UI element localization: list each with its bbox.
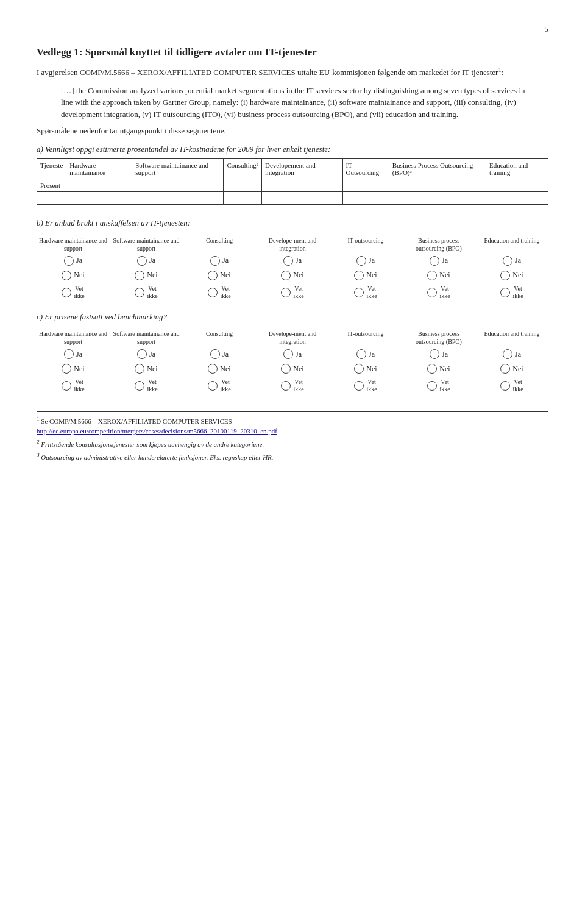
c-education-vetikke: Vetikke xyxy=(475,378,548,393)
c-software-vetikke: Vetikke xyxy=(110,378,183,393)
col-development: Developement and integration xyxy=(262,159,343,179)
radio-circle[interactable] xyxy=(503,349,512,359)
col-bpo: Business Process Outsourcing (BPO)³ xyxy=(389,159,486,179)
radio-circle[interactable] xyxy=(62,288,71,297)
radio-circle[interactable] xyxy=(430,256,439,266)
footnote-1: 1 Se COMP/M.5666 – XEROX/AFFILIATED COMP… xyxy=(37,415,548,436)
radio-circle[interactable] xyxy=(500,271,510,280)
radio-circle[interactable] xyxy=(135,381,144,391)
col-tjeneste: Tjeneste xyxy=(37,159,66,179)
radio-circle[interactable] xyxy=(283,349,293,359)
radio-circle[interactable] xyxy=(500,288,510,297)
b-consulting-vetikke: Vetikke xyxy=(183,285,256,300)
radio-circle[interactable] xyxy=(135,271,144,280)
radio-circle[interactable] xyxy=(210,256,220,266)
radio-circle[interactable] xyxy=(62,271,71,280)
radio-circle[interactable] xyxy=(427,381,437,391)
footnote-1-link[interactable]: http://ec.europa.eu/competition/mergers/… xyxy=(37,427,277,435)
radio-circle[interactable] xyxy=(62,364,71,374)
radio-circle[interactable] xyxy=(356,256,366,266)
b-col-consulting: Consulting xyxy=(183,236,256,252)
b-bpo-vetikke: Vetikke xyxy=(402,285,475,300)
radio-circle[interactable] xyxy=(208,381,218,391)
radio-circle[interactable] xyxy=(427,364,437,374)
col-education: Education and training xyxy=(486,159,548,179)
radio-circle[interactable] xyxy=(354,288,364,297)
c-consulting-ja: Ja xyxy=(183,349,256,359)
radio-circle[interactable] xyxy=(281,288,291,297)
cell-consulting-pct xyxy=(224,179,262,192)
intro-paragraph: I avgjørelsen COMP/M.5666 – XEROX/AFFILI… xyxy=(37,65,548,79)
b-col-bpo: Business process outsourcing (BPO) xyxy=(402,236,475,252)
c-hardware-nei: Nei xyxy=(37,364,110,374)
radio-circle[interactable] xyxy=(64,349,74,359)
c-col-bpo: Business process outsourcing (BPO) xyxy=(402,330,475,346)
col-hardware: Hardware maintainance xyxy=(66,159,132,179)
question-a-label: a) Vennligst oppgi estimerte prosentande… xyxy=(37,143,548,155)
question-a-section: a) Vennligst oppgi estimerte prosentande… xyxy=(37,143,548,205)
b-hardware-nei: Nei xyxy=(37,271,110,280)
b-ito-nei: Nei xyxy=(329,271,402,280)
block-quote: […] the Commission analyzed various pote… xyxy=(61,85,530,121)
radio-circle[interactable] xyxy=(208,288,218,297)
b-col-development: Develope-ment and integration xyxy=(256,236,329,252)
footnote-3: 3 Outsourcing av administrative eller ku… xyxy=(37,451,548,462)
question-b-grid: Hardware maintainance and support Softwa… xyxy=(37,236,548,300)
b-ja-row: Ja Ja Ja Ja Ja Ja xyxy=(37,256,548,266)
c-development-vetikke: Vetikke xyxy=(256,378,329,393)
c-vetikke-row: Vetikke Vetikke Vetikke Vetikke Vetikke … xyxy=(37,378,548,393)
b-vetikke-row: Vetikke Vetikke Vetikke Vetikke Vetikke … xyxy=(37,285,548,300)
c-bpo-vetikke: Vetikke xyxy=(402,378,475,393)
b-col-ito: IT-outsourcing xyxy=(329,236,402,252)
radio-circle[interactable] xyxy=(64,256,74,266)
row-label-prosent: Prosent xyxy=(37,179,66,192)
radio-circle[interactable] xyxy=(135,364,144,374)
radio-circle[interactable] xyxy=(62,381,71,391)
cell-education-pct xyxy=(486,179,548,192)
b-nei-row: Nei Nei Nei Nei Nei Nei xyxy=(37,271,548,280)
c-software-nei: Nei xyxy=(110,364,183,374)
radio-circle[interactable] xyxy=(281,381,291,391)
b-ito-ja: Ja xyxy=(329,256,402,266)
b-bpo-nei: Nei xyxy=(402,271,475,280)
radio-circle[interactable] xyxy=(500,381,510,391)
table-row-prosent: Prosent xyxy=(37,179,548,192)
radio-circle[interactable] xyxy=(503,256,512,266)
b-col-education: Education and training xyxy=(475,236,548,252)
radio-circle[interactable] xyxy=(137,349,147,359)
radio-circle[interactable] xyxy=(500,364,510,374)
c-software-ja: Ja xyxy=(110,349,183,359)
radio-circle[interactable] xyxy=(354,271,364,280)
radio-circle[interactable] xyxy=(354,364,364,374)
b-ito-vetikke: Vetikke xyxy=(329,285,402,300)
radio-circle[interactable] xyxy=(427,271,437,280)
b-software-nei: Nei xyxy=(110,271,183,280)
b-development-ja: Ja xyxy=(256,256,329,266)
radio-circle[interactable] xyxy=(281,271,291,280)
radio-circle[interactable] xyxy=(430,349,439,359)
radio-circle[interactable] xyxy=(356,349,366,359)
b-consulting-ja: Ja xyxy=(183,256,256,266)
radio-circle[interactable] xyxy=(208,364,218,374)
cell-bpo-pct xyxy=(389,179,486,192)
page-number: 5 xyxy=(37,24,548,34)
radio-circle[interactable] xyxy=(281,364,291,374)
radio-circle[interactable] xyxy=(135,288,144,297)
table-row-empty xyxy=(37,192,548,205)
radio-circle[interactable] xyxy=(137,256,147,266)
footnote-2: 2 Frittstående konsultasjonstjenester so… xyxy=(37,438,548,449)
radio-circle[interactable] xyxy=(210,349,220,359)
c-bpo-ja: Ja xyxy=(402,349,475,359)
b-software-vetikke: Vetikke xyxy=(110,285,183,300)
b-col-headers: Hardware maintainance and support Softwa… xyxy=(37,236,548,252)
c-col-education: Education and training xyxy=(475,330,548,346)
radio-circle[interactable] xyxy=(283,256,293,266)
radio-circle[interactable] xyxy=(427,288,437,297)
c-col-hardware: Hardware maintainance and support xyxy=(37,330,110,346)
question-c-grid: Hardware maintainance and support Softwa… xyxy=(37,330,548,393)
b-education-nei: Nei xyxy=(475,271,548,280)
radio-circle[interactable] xyxy=(208,271,218,280)
c-hardware-vetikke: Vetikke xyxy=(37,378,110,393)
b-consulting-nei: Nei xyxy=(183,271,256,280)
radio-circle[interactable] xyxy=(354,381,364,391)
